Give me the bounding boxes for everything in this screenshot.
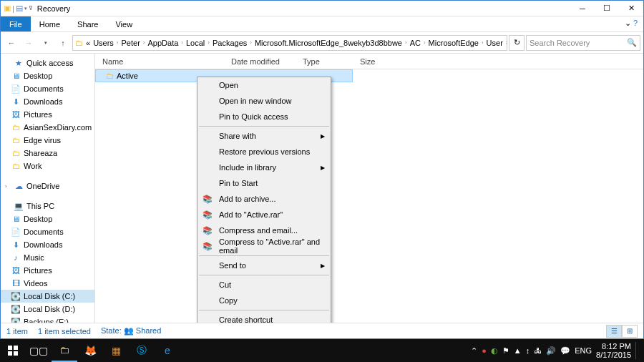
sidebar-this-pc[interactable]: 💻This PC (1, 200, 94, 212)
menu-item-compress-and-email[interactable]: 📚Compress and email... (197, 222, 331, 238)
menu-icon: 📚 (202, 226, 213, 235)
view-large-icons-button[interactable]: ⊞ (622, 325, 638, 338)
tray-clock[interactable]: 8:12 PM 8/17/2015 (596, 342, 631, 359)
menu-item-include-in-library[interactable]: Include in library▶ (197, 160, 331, 175)
crumb[interactable]: User (485, 39, 504, 47)
qat-separator: | (12, 4, 14, 13)
tab-home[interactable]: Home (31, 16, 69, 31)
crumb[interactable]: Users (92, 39, 115, 47)
crumb[interactable]: Packages (211, 39, 248, 47)
ribbon-expand-icon[interactable]: ⌄ ? (619, 16, 643, 31)
sidebar-item-local-disk-c[interactable]: 💽Local Disk (C:) (1, 290, 94, 303)
maximize-button[interactable]: ☐ (595, 1, 619, 16)
menu-item-cut[interactable]: Cut (197, 277, 331, 293)
tray-icon[interactable]: ⚑ (502, 346, 509, 356)
tab-view[interactable]: View (107, 16, 141, 31)
menu-item-restore-previous-versions[interactable]: Restore previous versions (197, 144, 331, 160)
tray-overflow-icon[interactable]: ⌃ (471, 346, 477, 356)
tray-icon[interactable]: ▲ (514, 346, 522, 355)
tray-icon[interactable]: ↕ (526, 346, 530, 355)
tray-icon[interactable]: ● (482, 346, 487, 355)
taskbar-firefox[interactable]: 🦊 (77, 339, 103, 362)
sidebar-item[interactable]: ⬇Downloads (1, 95, 94, 108)
minimize-button[interactable]: ─ (570, 1, 595, 16)
sidebar-quick-access[interactable]: ★Quick access (1, 57, 94, 69)
svg-rect-0 (8, 346, 12, 350)
tray-language[interactable]: ENG (575, 346, 592, 355)
folder-icon: 🗀 (11, 161, 21, 171)
qat-dropdown-icon[interactable]: ▾ (24, 6, 27, 11)
crumb[interactable]: Peter (120, 39, 142, 47)
taskbar-edge[interactable]: e (155, 339, 180, 362)
qat-properties-icon[interactable]: ▤ (16, 4, 23, 13)
sidebar-item[interactable]: 🖼Pictures (1, 108, 94, 121)
taskbar-explorer[interactable]: 🗀 (52, 339, 77, 362)
sidebar-item[interactable]: 🖼Pictures (1, 264, 94, 277)
menu-item-send-to[interactable]: Send to▶ (197, 258, 331, 273)
refresh-button[interactable]: ↻ (509, 35, 525, 51)
crumb[interactable]: Local (185, 39, 206, 47)
sidebar-item[interactable]: 💽Backups (E:) (1, 315, 94, 323)
crumb[interactable]: « (84, 39, 92, 47)
taskbar-skype[interactable]: Ⓢ (129, 339, 155, 362)
search-box[interactable]: Search Recovery 🔍 (526, 35, 640, 51)
taskbar-app[interactable]: ▦ (103, 339, 129, 362)
tray-action-center-icon[interactable]: 💬 (560, 346, 570, 356)
col-date[interactable]: Date modified (224, 57, 296, 66)
sidebar-item[interactable]: 🖥Desktop (1, 212, 94, 225)
sidebar-item[interactable]: 🗀Shareaza (1, 147, 94, 160)
crumb[interactable]: Microsoft.MicrosoftEdge_8wekyb3d8bbwe (253, 39, 404, 47)
tray-icon[interactable]: ◐ (491, 346, 498, 356)
show-desktop-button[interactable] (635, 342, 640, 359)
sidebar-item[interactable]: 📄Documents (1, 82, 94, 95)
sidebar-item[interactable]: ♪Music (1, 251, 94, 264)
sidebar-item[interactable]: 🖥Desktop (1, 69, 94, 82)
address-bar[interactable]: 🗀 « Users› Peter› AppData› Local› Packag… (72, 35, 507, 51)
menu-label: Compress and email... (219, 226, 298, 235)
sidebar-item[interactable]: 📄Documents (1, 225, 94, 238)
tray-network-icon[interactable]: 🖧 (534, 346, 542, 355)
ribbon: File Home Share View ⌄ ? (1, 16, 643, 32)
sidebar-item[interactable]: 🗀Edge virus (1, 134, 94, 147)
menu-item-open-in-new-window[interactable]: Open in new window (197, 93, 331, 109)
file-tab[interactable]: File (1, 16, 31, 31)
drive-icon: 💽 (11, 291, 21, 301)
menu-item-pin-to-quick-access[interactable]: Pin to Quick access (197, 109, 331, 124)
menu-item-pin-to-start[interactable]: Pin to Start (197, 175, 331, 191)
downloads-icon: ⬇ (11, 97, 21, 107)
close-button[interactable]: ✕ (619, 1, 643, 16)
sidebar-item[interactable]: 🎞Videos (1, 277, 94, 290)
statusbar: 1 item 1 item selected State: 👥 Shared ☰… (1, 323, 643, 338)
crumb[interactable]: AC (409, 39, 422, 47)
recent-dropdown[interactable]: ▾ (38, 35, 54, 51)
sidebar-item[interactable]: ⬇Downloads (1, 238, 94, 251)
menu-item-share-with[interactable]: Share with▶ (197, 128, 331, 144)
start-button[interactable] (0, 339, 26, 362)
crumb[interactable]: MicrosoftEdge (427, 39, 480, 47)
forward-button[interactable]: → (21, 35, 36, 51)
tab-share[interactable]: Share (69, 16, 107, 31)
menu-item-copy[interactable]: Copy (197, 293, 331, 308)
back-button[interactable]: ← (4, 35, 19, 51)
menu-item-compress-to-active-rar-and-email[interactable]: 📚Compress to "Active.rar" and email (197, 238, 331, 254)
col-type[interactable]: Type (296, 57, 353, 66)
menu-item-create-shortcut[interactable]: Create shortcut (197, 312, 331, 323)
col-size[interactable]: Size (353, 57, 396, 66)
svg-rect-1 (14, 346, 18, 350)
file-list[interactable]: 🗀 Active OpenOpen in new windowPin to Qu… (95, 69, 643, 323)
up-button[interactable]: ↑ (55, 35, 71, 51)
menu-item-add-to-active-rar[interactable]: 📚Add to "Active.rar" (197, 207, 331, 222)
qat-overflow[interactable]: ⊽ (29, 5, 33, 11)
task-view-button[interactable]: ▢▢ (26, 339, 52, 362)
menu-label: Add to archive... (219, 195, 276, 203)
sidebar-item[interactable]: 💽Local Disk (D:) (1, 303, 94, 315)
menu-item-add-to-archive[interactable]: 📚Add to archive... (197, 191, 331, 207)
sidebar-item[interactable]: 🗀Work (1, 160, 94, 172)
tray-volume-icon[interactable]: 🔊 (546, 346, 556, 356)
sidebar-item[interactable]: 🗀AsianSexDiary.com (1, 121, 94, 134)
view-details-button[interactable]: ☰ (606, 325, 622, 338)
sidebar-onedrive[interactable]: ›☁OneDrive (1, 180, 94, 192)
crumb[interactable]: AppData (147, 39, 180, 47)
col-name[interactable]: Name (95, 57, 224, 66)
menu-item-open[interactable]: Open (197, 77, 331, 93)
